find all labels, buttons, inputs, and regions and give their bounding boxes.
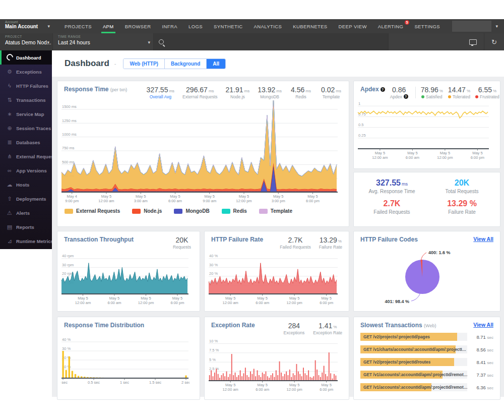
tab-background[interactable]: Background — [165, 59, 207, 69]
sidebar-item-service-map[interactable]: ∗Service Map — [0, 107, 52, 121]
response-time-card: Response Time (per txn) 327.55msOverall … — [57, 81, 349, 227]
nav-item-projects[interactable]: PROJECTS — [59, 19, 97, 33]
sidebar-item-exceptions[interactable]: ⚙Exceptions — [0, 65, 52, 79]
nav-item-infra[interactable]: INFRA — [157, 19, 183, 33]
account-selector[interactable]: Account Main Account ▾ — [0, 19, 53, 33]
svg-text:400: 1.6 %: 400: 1.6 % — [428, 250, 451, 255]
sidebar-item-label: Alerts — [16, 210, 30, 216]
nav-item-label: PROJECTS — [65, 24, 92, 29]
document-icon: ▤ — [6, 224, 13, 230]
nav-item-kubernetes[interactable]: KUBERNETES — [287, 19, 333, 33]
chart-svg: 400: 1.6 %401: 98.4 % — [357, 244, 490, 306]
legend-swatch — [65, 209, 73, 214]
sidebar-item-deployments[interactable]: ⇧Deployments — [0, 192, 52, 206]
svg-text:1: 1 — [358, 101, 360, 106]
chart-legend: External RequestsNode.jsMongoDBRedisTemp… — [57, 206, 349, 214]
nav-item-apm[interactable]: APM — [97, 19, 119, 33]
stat-unit: % — [333, 325, 337, 329]
nav-item-label: KUBERNETES — [293, 24, 327, 29]
response-time-stats: 327.55msOverall Avg296.67msExternal Requ… — [147, 86, 342, 99]
atatus-logo-icon — [6, 54, 13, 62]
response-time-chart: 250 ms500 ms750 ms1000 ms1250 ms1500 msM… — [57, 100, 349, 206]
apdex-chart: 0.250.50.751May 512:00 amMay 56:00 amMay… — [354, 100, 500, 163]
nav-item-settings[interactable]: SETTINGS — [409, 19, 446, 33]
http-failure-rate-card: HTTP Failure Rate 2.7KFailed Requests13.… — [204, 231, 349, 312]
stat-label: Requests — [171, 245, 193, 250]
exception-rate-card: Exception Rate 284Exceptions1.41%Excepti… — [204, 317, 349, 400]
project-selector[interactable]: PROJECT Atatus Demo Nod... ▾ — [0, 33, 53, 50]
sidebar-item-transactions[interactable]: ⇅Transactions — [0, 93, 52, 107]
stat: 13.29%Failure Rate — [319, 236, 342, 250]
legend-swatch — [222, 209, 230, 214]
nav-item-logs[interactable]: LOGS — [183, 19, 208, 33]
svg-text:May 56:00 am: May 56:00 am — [107, 296, 121, 305]
svg-text:May 56:00 pm: May 56:00 pm — [306, 194, 320, 203]
time-range-selector[interactable]: TIME RANGE Last 24 hours ▾ — [53, 33, 154, 50]
time-range-label: TIME RANGE — [58, 35, 149, 38]
stat: 0.02msTemplate — [320, 86, 342, 99]
svg-text:May 49:00 pm: May 49:00 pm — [65, 194, 79, 203]
nav-item-label: BROWSER — [125, 24, 151, 29]
transaction-row[interactable]: GET /v1/charts/accounts/:accountId/apm/:… — [360, 345, 493, 353]
sidebar-item-dashboard[interactable]: Dashboard — [0, 50, 52, 65]
nav-item-label: DEEP VIEW — [339, 24, 367, 29]
sidebar-item-label: Transactions — [16, 97, 46, 103]
svg-text:1.5 sec: 1.5 sec — [149, 380, 161, 385]
chart-svg: 250 ms500 ms750 ms1000 ms1250 ms1500 msM… — [60, 100, 339, 204]
stat: 1.41%Exception Rate — [313, 322, 342, 335]
throughput-card: Transaction Throughput 20KRequests 10 rp… — [57, 231, 200, 312]
chevron-down-icon: ▾ — [495, 24, 498, 29]
status-dot — [421, 95, 424, 98]
transaction-row[interactable]: GET /v2/projects/:projectId/pages8.71 se… — [360, 333, 493, 341]
svg-text:30 %: 30 % — [209, 263, 218, 267]
failure-codes-pie: 400: 1.6 %401: 98.4 % — [354, 244, 500, 308]
summary-value: 327.55ms — [357, 178, 427, 188]
svg-text:May 56:00 am: May 56:00 am — [168, 194, 182, 203]
refresh-icon[interactable]: ↻ — [491, 39, 497, 45]
stat-label: Failure Rate — [319, 245, 342, 250]
project-label: PROJECT — [5, 35, 48, 38]
stat-unit: % — [439, 89, 443, 93]
tab-all[interactable]: All — [207, 59, 225, 69]
stat-label: Apdex? — [388, 94, 410, 99]
chevron-down-icon: ▾ — [47, 40, 49, 45]
sidebar-item-runtime-metrics[interactable]: ⊿Runtime Metrics — [0, 234, 52, 248]
search-input[interactable] — [168, 38, 383, 45]
transaction-path: GET /v1/charts/accounts/:accountId/apm/:… — [363, 345, 467, 353]
transaction-row[interactable]: GET /v2/projects/:projectId/routes8.41 s… — [360, 358, 493, 366]
sidebar-item-http-failures[interactable]: ϟHTTP Failures — [0, 79, 52, 93]
nav-item-browser[interactable]: BROWSER — [119, 19, 157, 33]
user-menu[interactable]: ▾ — [452, 21, 498, 32]
tv-mode-icon[interactable] — [469, 39, 477, 45]
help-icon[interactable]: ? — [404, 94, 408, 99]
search-bar — [154, 33, 389, 50]
stat-value: 6.55% — [475, 86, 499, 94]
nav-item-deep-view[interactable]: DEEP VIEW — [333, 19, 372, 33]
tab-web-http-[interactable]: Web (HTTP) — [123, 59, 164, 69]
help-icon[interactable]: ? — [381, 87, 385, 92]
sidebar-item-alerts[interactable]: ⚠Alerts — [0, 206, 52, 220]
transaction-row[interactable]: GET /v1/accounts/:accountId/apm/:project… — [360, 371, 493, 379]
svg-text:500 ms: 500 ms — [62, 160, 75, 164]
scope-tabs: Web (HTTP)BackgroundAll — [123, 58, 226, 69]
sidebar-item-external-requests[interactable]: ⋔External Requests — [0, 149, 52, 163]
sidebar-item-reports[interactable]: ▤Reports — [0, 220, 52, 234]
sidebar-item-hosts[interactable]: ☁Hosts — [0, 177, 52, 192]
legend-label: Node.js — [144, 208, 162, 214]
card-title: Apdex? — [360, 86, 385, 93]
view-all-link[interactable]: View All — [473, 322, 493, 328]
nav-item-analytics[interactable]: ANALYTICS — [248, 19, 288, 33]
svg-text:30 %: 30 % — [62, 346, 71, 351]
sidebar-item-label: App Versions — [16, 168, 47, 173]
sidebar-item-session-traces[interactable]: ⊕Session Traces — [0, 121, 52, 135]
exception-stats: 284Exceptions1.41%Exception Rate — [283, 322, 342, 335]
transaction-row[interactable]: GET /v1/accounts/:accountId/apm/:project… — [360, 383, 493, 391]
sidebar-item-databases[interactable]: ≣Databases — [0, 135, 52, 149]
chevron-down-icon: ▾ — [148, 40, 150, 45]
transaction-time-unit: sec — [487, 361, 493, 365]
transaction-path: GET /v1/accounts/:accountId/apm/:project… — [363, 371, 467, 379]
sidebar-item-app-versions[interactable]: ∞App Versions — [0, 163, 52, 177]
nav-item-alerting[interactable]: ALERTING5 — [372, 19, 409, 33]
view-all-link[interactable]: View All — [473, 236, 493, 242]
nav-item-synthetic[interactable]: SYNTHETIC — [208, 19, 248, 33]
